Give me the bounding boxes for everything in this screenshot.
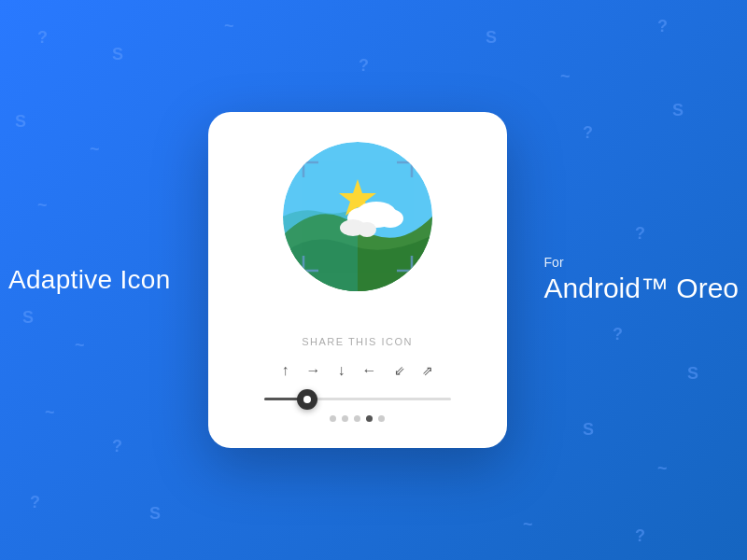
platform-text: Android™ Oreo [544,272,739,305]
slider-track [264,398,451,400]
slider-thumb[interactable] [297,389,317,410]
right-label: For Android™ Oreo [544,255,739,305]
adaptive-icon-label: Adaptive Icon [8,265,171,294]
dot-3[interactable] [354,415,360,422]
icon-container [274,142,442,310]
slider-container [264,398,451,400]
pagination-dots [330,415,385,422]
weather-icon-svg [283,142,432,291]
for-text: For [544,255,739,270]
dot-1[interactable] [330,415,336,422]
main-layout: Adaptive Icon [8,112,739,448]
arrow-up-button[interactable]: ↑ [280,360,291,381]
arrow-expand-button[interactable]: ⇗ [420,361,435,380]
dot-4-active[interactable] [366,415,373,422]
arrow-collapse-button[interactable]: ⇙ [392,361,407,380]
left-title: Adaptive Icon [8,265,171,295]
dot-2[interactable] [342,415,348,422]
arrow-left-button[interactable]: ← [360,360,379,381]
card: SHARE THIS ICON ↑ → ↓ ← ⇙ ⇗ [208,112,507,448]
svg-point-6 [358,222,376,237]
dot-5[interactable] [378,415,385,422]
arrow-down-button[interactable]: ↓ [336,360,347,381]
arrow-controls: ↑ → ↓ ← ⇙ ⇗ [280,360,435,381]
arrow-right-button[interactable]: → [304,360,323,381]
svg-point-4 [377,209,403,228]
share-label: SHARE THIS ICON [302,336,413,347]
